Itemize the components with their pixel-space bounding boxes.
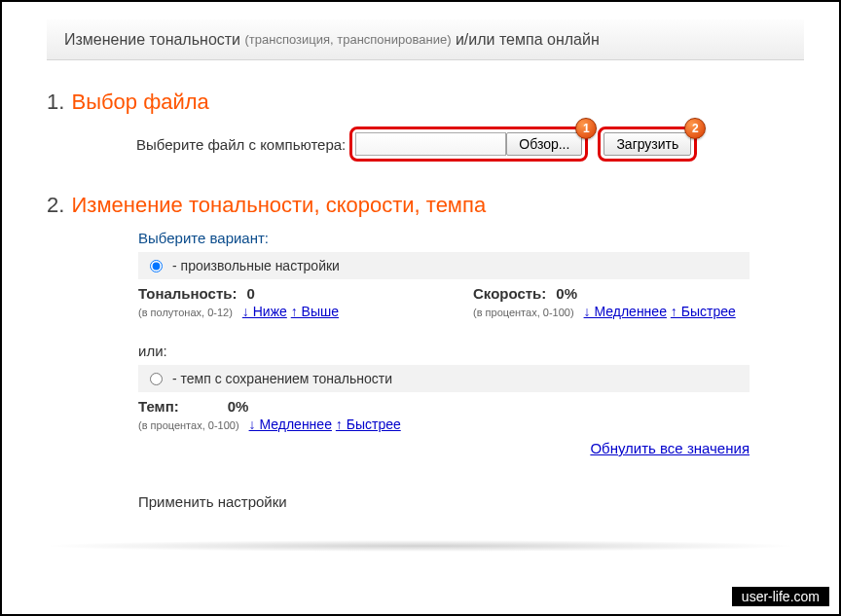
- tonality-higher-link[interactable]: ↑ Выше: [291, 304, 339, 319]
- speed-value: 0%: [556, 285, 577, 302]
- callout-badge-2: 2: [684, 118, 706, 139]
- choose-file-label: Выберите файл с компьютера:: [136, 136, 346, 153]
- speed-slower-link[interactable]: ↓ Медленнее: [584, 304, 667, 319]
- option-free-label: - произвольные настройки: [172, 258, 340, 273]
- tempo-sub: (в процентах, 0-100): [138, 419, 239, 431]
- step1-number: 1.: [47, 90, 64, 114]
- choose-variant-label: Выберите вариант:: [138, 230, 804, 246]
- tempo-faster-link[interactable]: ↑ Быстрее: [336, 417, 401, 432]
- tonality-value: 0: [246, 285, 254, 302]
- apply-settings[interactable]: Применить настройки: [138, 493, 804, 510]
- title-paren: (транспозиция, транспонирование): [244, 32, 451, 47]
- tempo-slower-link[interactable]: ↓ Медленнее: [249, 417, 332, 432]
- speed-sub: (в процентах, 0-100): [473, 307, 574, 318]
- tonality-lower-link[interactable]: ↓ Ниже: [242, 304, 287, 319]
- or-label: или:: [138, 343, 804, 359]
- option-free-row[interactable]: - произвольные настройки: [138, 252, 750, 279]
- step2-number: 2.: [47, 193, 64, 217]
- page-title: Изменение тональности (транспозиция, тра…: [47, 19, 804, 60]
- file-picker-highlight: 1 Обзор...: [349, 127, 588, 162]
- option-tempo-row[interactable]: - темп с сохранением тональности: [138, 365, 750, 392]
- step1-title: Выбор файла: [71, 90, 208, 114]
- drop-shadow: [41, 540, 800, 552]
- tempo-value: 0%: [228, 398, 249, 415]
- option-tempo-radio[interactable]: [150, 373, 163, 385]
- tonality-name: Тональность:: [138, 285, 237, 302]
- reset-link[interactable]: Обнулить все значения: [590, 440, 750, 456]
- speed-name: Скорость:: [473, 285, 546, 302]
- upload-highlight: 2 Загрузить: [598, 127, 697, 162]
- tonality-sub: (в полутонах, 0-12): [138, 307, 233, 318]
- browse-button[interactable]: Обзор...: [506, 132, 582, 156]
- watermark: user-life.com: [732, 587, 829, 606]
- step2-heading: 2. Изменение тональности, скорости, темп…: [47, 193, 804, 218]
- upload-button[interactable]: Загрузить: [603, 132, 691, 156]
- option-tempo-label: - темп с сохранением тональности: [172, 371, 392, 386]
- step1-heading: 1. Выбор файла: [47, 90, 804, 115]
- option-free-radio[interactable]: [150, 260, 163, 272]
- tempo-name: Темп:: [138, 398, 179, 415]
- callout-badge-1: 1: [575, 118, 597, 139]
- step2-title: Изменение тональности, скорости, темпа: [71, 193, 486, 217]
- title-prefix: Изменение тональности: [64, 31, 244, 49]
- title-suffix: и/или темпа онлайн: [451, 31, 599, 49]
- speed-faster-link[interactable]: ↑ Быстрее: [671, 304, 736, 319]
- file-path-input[interactable]: [355, 132, 506, 156]
